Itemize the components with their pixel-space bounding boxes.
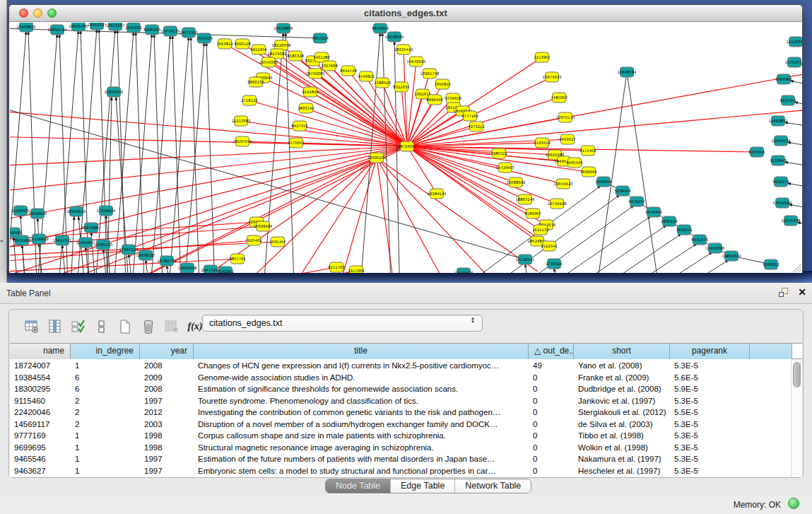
cell-in_degree[interactable]: 6 [71, 372, 140, 384]
network-view-window[interactable]: citations_edges.txt 16933810240557242069… [8, 4, 803, 273]
cell-pagerank[interactable]: 5.6E-5 [670, 372, 750, 384]
edge[interactable] [603, 243, 698, 273]
cell-title[interactable]: Embryonic stem cells: a model to study s… [194, 465, 529, 477]
column-header-out_de...[interactable]: △ out_de... [529, 344, 574, 359]
edge[interactable] [784, 122, 802, 129]
edge[interactable] [394, 40, 400, 273]
cell-out_de...[interactable]: 0 [529, 465, 574, 477]
cell-in_degree[interactable]: 1 [71, 360, 140, 372]
cell-out_de...[interactable]: 0 [529, 407, 574, 419]
vertical-scrollbar[interactable] [791, 360, 802, 477]
table-row[interactable]: 1872400712008Changes of HCN gene express… [10, 360, 791, 372]
table-row[interactable]: 1938455462009Genome-wide association stu… [10, 372, 791, 384]
cell-pagerank[interactable]: 5.5E-5 [670, 407, 750, 419]
tab-edge-table[interactable]: Edge Table [391, 479, 455, 493]
network-canvas[interactable]: 1693381024055724206914061055325710653257… [10, 23, 802, 273]
cell-title[interactable]: Genome-wide association studies in ADHD. [194, 372, 529, 384]
scrollbar-thumb[interactable] [793, 362, 801, 387]
edge[interactable] [787, 183, 802, 189]
cell-year[interactable]: 1997 [140, 465, 194, 477]
cell-year[interactable]: 2008 [140, 360, 194, 372]
edge[interactable] [377, 158, 396, 273]
edge[interactable] [99, 28, 108, 273]
cell-in_degree[interactable]: 2 [71, 395, 140, 407]
cell-title[interactable]: Disruption of a novel member of a sodium… [194, 419, 529, 431]
table-selector-dropdown[interactable]: citations_edges.txt ▲▼ [202, 315, 483, 332]
cell-short[interactable]: Tibbo et al. (1998) [574, 430, 670, 442]
cell-out_de...[interactable]: 49 [529, 360, 574, 372]
cell-pagerank[interactable]: 5.3E-5 [670, 395, 750, 407]
cell-name[interactable]: 9463627 [10, 465, 71, 477]
cell-in_degree[interactable]: 2 [71, 419, 140, 431]
delete-column-icon[interactable] [140, 318, 157, 335]
cell-year[interactable]: 2003 [140, 419, 194, 431]
cell-name[interactable]: 9777169 [10, 430, 71, 442]
cell-name[interactable]: 18724007 [10, 360, 71, 372]
edge[interactable] [407, 146, 541, 230]
tab-node-table[interactable]: Node Table [326, 479, 391, 493]
edge[interactable] [10, 146, 407, 228]
cell-year[interactable]: 2012 [140, 407, 194, 419]
cell-out_de...[interactable]: 0 [529, 442, 574, 454]
cell-short[interactable]: Jankovic et al. (1997) [574, 395, 670, 407]
column-header-in_degree[interactable]: in_degree [71, 344, 140, 359]
cell-name[interactable]: 9699695 [10, 442, 71, 454]
table-row[interactable]: 1830029562008Estimation of significance … [10, 383, 791, 395]
cell-short[interactable]: Dudbridge et al. (2008) [574, 383, 670, 395]
cell-short[interactable]: Yano et al. (2008) [574, 360, 670, 372]
cell-pagerank[interactable]: 5.3E-5 [670, 442, 750, 454]
cell-year[interactable]: 1998 [140, 442, 194, 454]
column-header-year[interactable]: year [140, 344, 194, 359]
cell-name[interactable]: 22420046 [10, 407, 71, 419]
column-header-short[interactable]: short [574, 344, 670, 359]
table-row[interactable]: 911546021997Tourette syndrome. Phenomeno… [10, 395, 791, 407]
cell-short[interactable]: Hescheler et al. (1997) [574, 465, 670, 477]
column-visibility-icon[interactable] [47, 318, 64, 335]
float-window-icon[interactable] [779, 288, 789, 298]
cell-year[interactable]: 1997 [140, 453, 194, 465]
cell-short[interactable]: Nakamura et al. (1997) [574, 453, 670, 465]
select-rows-icon[interactable] [70, 318, 87, 335]
table-row[interactable]: 969969511998Structural magnetic resonanc… [10, 442, 791, 454]
cell-in_degree[interactable]: 2 [71, 407, 140, 419]
cell-year[interactable]: 2008 [140, 383, 194, 395]
cell-short[interactable]: Franke et al. (2009) [574, 372, 670, 384]
edge[interactable] [94, 29, 115, 273]
row-height-icon[interactable] [93, 318, 110, 335]
edge[interactable] [787, 142, 802, 148]
table-row[interactable]: 946554611997Estimation of the future num… [10, 453, 791, 465]
cell-short[interactable]: Stergiakouli et al. (2012) [574, 407, 670, 419]
close-panel-icon[interactable]: ✕ [798, 286, 806, 298]
cell-short[interactable]: Wolkin et al. (1998) [574, 442, 670, 454]
cell-out_de...[interactable]: 0 [529, 453, 574, 465]
cell-title[interactable]: Estimation of the future numbers of pati… [194, 453, 529, 465]
cell-name[interactable]: 9465546 [10, 453, 71, 465]
edge[interactable] [76, 28, 97, 273]
cell-name[interactable]: 19384554 [10, 372, 71, 384]
cell-pagerank[interactable]: 5.9E-5 [670, 383, 750, 395]
edge[interactable] [310, 92, 407, 146]
cell-in_degree[interactable]: 1 [71, 453, 140, 465]
cell-pagerank[interactable]: 5.3E-5 [670, 360, 750, 372]
cell-year[interactable]: 1998 [140, 430, 194, 442]
cell-title[interactable]: Tourette syndrome. Phenomenology and cla… [194, 395, 529, 407]
cell-year[interactable]: 1997 [140, 395, 194, 407]
cell-out_de...[interactable]: 0 [529, 430, 574, 442]
column-header-spacer[interactable] [750, 344, 792, 359]
column-header-title[interactable]: title [194, 344, 529, 359]
edge[interactable] [183, 42, 204, 273]
delete-table-icon[interactable] [163, 318, 180, 335]
edge[interactable] [206, 42, 216, 273]
edge[interactable] [576, 233, 682, 273]
cell-pagerank[interactable]: 5.3E-5 [670, 430, 750, 442]
cell-name[interactable]: 18300295 [10, 383, 71, 395]
cell-out_de...[interactable]: 0 [529, 419, 574, 431]
column-header-name[interactable]: name [10, 344, 71, 359]
cell-name[interactable]: 14569117 [10, 419, 71, 431]
cell-in_degree[interactable]: 1 [71, 465, 140, 477]
cell-out_de...[interactable]: 0 [529, 383, 574, 395]
cell-title[interactable]: Estimation of significance thresholds fo… [194, 383, 529, 395]
cell-in_degree[interactable]: 6 [71, 383, 140, 395]
cell-title[interactable]: Investigating the contribution of common… [194, 407, 529, 419]
edge[interactable] [146, 259, 151, 273]
